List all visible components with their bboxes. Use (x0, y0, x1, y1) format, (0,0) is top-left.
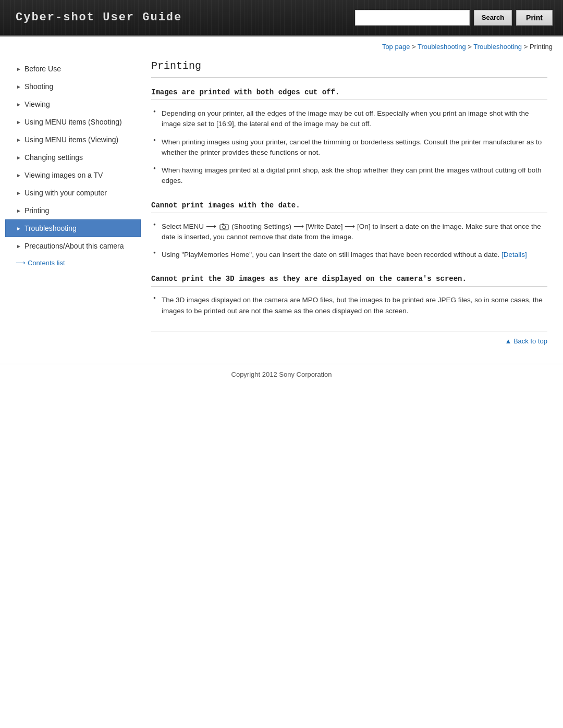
section2-bullets: Select MENU ⟶ (Shooting Settings) ⟶ [Wri… (151, 219, 547, 263)
main-layout: ► Before Use ► Shooting ► Viewing ► Usin… (0, 55, 563, 359)
sidebar-item-menu-viewing[interactable]: ► Using MENU items (Viewing) (5, 131, 141, 149)
page-title: Printing (151, 60, 547, 78)
arrow-icon: ► (16, 119, 21, 125)
breadcrumb-top[interactable]: Top page (382, 43, 410, 51)
header: Cyber-shot User Guide Search Print (0, 0, 563, 36)
arrow-icon: ► (16, 208, 21, 214)
section-edges-cut-off: Images are printed with both edges cut o… (151, 88, 547, 189)
search-button[interactable]: Search (474, 10, 512, 26)
section-cannot-print-date: Cannot print images with the date. Selec… (151, 201, 547, 263)
sidebar-item-label: Shooting (25, 82, 53, 91)
sidebar-item-shooting[interactable]: ► Shooting (5, 78, 141, 95)
breadcrumb-current: Printing (530, 43, 553, 51)
arrow-icon: ► (16, 243, 21, 249)
sidebar-item-troubleshooting[interactable]: ► Troubleshooting (5, 219, 141, 237)
contents-list-label: Contents list (28, 259, 65, 267)
list-item: When printing images using your printer,… (151, 135, 547, 161)
details-link[interactable]: [Details] (501, 251, 527, 258)
sidebar-item-menu-shooting[interactable]: ► Using MENU items (Shooting) (5, 113, 141, 131)
back-to-top-link[interactable]: ▲ Back to top (505, 337, 547, 345)
sidebar-item-label: Precautions/About this camera (25, 242, 124, 250)
contents-list-link[interactable]: ⟶ Contents list (5, 255, 141, 271)
arrow-icon: ► (16, 172, 21, 178)
print-button[interactable]: Print (516, 10, 553, 26)
sidebar-item-precautions[interactable]: ► Precautions/About this camera (5, 237, 141, 255)
camera-icon (219, 223, 229, 230)
sidebar-item-label: Using MENU items (Shooting) (25, 118, 122, 126)
arrow-icon: ► (16, 226, 21, 231)
sidebar-item-label: Printing (25, 206, 49, 215)
sidebar: ► Before Use ► Shooting ► Viewing ► Usin… (5, 55, 141, 359)
list-item: The 3D images displayed on the camera ar… (151, 293, 547, 318)
back-to-top-section: ▲ Back to top (151, 331, 547, 348)
breadcrumb: Top page > Troubleshooting > Troubleshoo… (0, 36, 563, 55)
section2-title: Cannot print images with the date. (151, 201, 547, 213)
arrow-icon: ► (16, 102, 21, 107)
arrow-icon: ► (16, 137, 21, 143)
header-controls: Search Print (355, 10, 563, 26)
list-item: Using "PlayMemories Home", you can inser… (151, 248, 547, 262)
sidebar-item-label: Using MENU items (Viewing) (25, 135, 118, 144)
back-to-top-label: Back to top (513, 337, 547, 345)
sidebar-item-label: Changing settings (25, 153, 83, 162)
arrow-icon: ► (16, 66, 21, 72)
list-item: Select MENU ⟶ (Shooting Settings) ⟶ [Wri… (151, 219, 547, 245)
sidebar-item-before-use[interactable]: ► Before Use (5, 60, 141, 78)
footer: Copyright 2012 Sony Corporation (0, 364, 563, 385)
section3-title: Cannot print the 3D images as they are d… (151, 275, 547, 287)
copyright-text: Copyright 2012 Sony Corporation (231, 371, 332, 378)
svg-rect-2 (222, 224, 224, 225)
list-item: When having images printed at a digital … (151, 163, 547, 189)
section1-title: Images are printed with both edges cut o… (151, 88, 547, 100)
sidebar-item-changing-settings[interactable]: ► Changing settings (5, 149, 141, 166)
search-input[interactable] (355, 10, 470, 26)
sidebar-item-label: Viewing images on a TV (25, 171, 103, 179)
section3-bullets: The 3D images displayed on the camera ar… (151, 293, 547, 318)
sidebar-item-label: Using with your computer (25, 189, 107, 197)
sidebar-item-viewing[interactable]: ► Viewing (5, 95, 141, 113)
sidebar-item-label: Troubleshooting (25, 224, 77, 232)
arrow-right-icon: ⟶ (16, 259, 26, 267)
svg-point-1 (223, 226, 226, 229)
sidebar-item-computer[interactable]: ► Using with your computer (5, 184, 141, 202)
section-cannot-print-3d: Cannot print the 3D images as they are d… (151, 275, 547, 318)
triangle-up-icon: ▲ (505, 337, 511, 345)
sidebar-item-label: Viewing (25, 100, 50, 108)
sidebar-item-label: Before Use (25, 65, 61, 73)
sidebar-item-viewing-tv[interactable]: ► Viewing images on a TV (5, 166, 141, 184)
arrow-icon: ► (16, 84, 21, 90)
arrow-icon: ► (16, 155, 21, 161)
sidebar-item-printing[interactable]: ► Printing (5, 202, 141, 219)
list-item: Depending on your printer, all the edges… (151, 106, 547, 132)
breadcrumb-troubleshooting2[interactable]: Troubleshooting (473, 43, 522, 51)
section1-bullets: Depending on your printer, all the edges… (151, 106, 547, 189)
content-area: Printing Images are printed with both ed… (141, 55, 558, 359)
breadcrumb-troubleshooting1[interactable]: Troubleshooting (418, 43, 466, 51)
app-title: Cyber-shot User Guide (0, 11, 182, 24)
arrow-icon: ► (16, 190, 21, 196)
